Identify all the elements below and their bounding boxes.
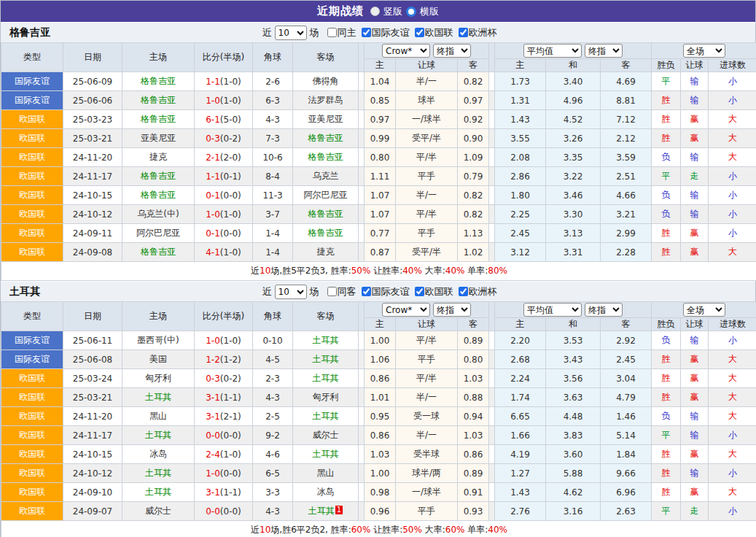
asian-away-odds: 0.97 bbox=[458, 91, 489, 110]
rounds-select[interactable]: 10 bbox=[275, 285, 307, 299]
result-outcome: 平 bbox=[652, 72, 681, 91]
euro-cup-filter[interactable]: 欧洲杯 bbox=[459, 26, 497, 39]
asian-handicap: 半/一 bbox=[396, 186, 458, 205]
match-date: 24-10-15 bbox=[63, 445, 122, 464]
match-row: 欧国联24-10-12土耳其1-0(0-0)6-5黑山1.00球半/两0.891… bbox=[1, 464, 756, 483]
scope-select[interactable]: 全场 bbox=[683, 44, 725, 58]
handicap-outcome: 赢 bbox=[681, 129, 709, 148]
vertical-layout-label[interactable]: 竖版 bbox=[383, 5, 402, 18]
spacer bbox=[489, 350, 495, 369]
euro-draw-odds: 3.56 bbox=[546, 369, 601, 388]
competition-badge: 欧国联 bbox=[1, 426, 63, 445]
euro-draw-odds: 3.35 bbox=[546, 148, 601, 167]
scope-select[interactable]: 全场 bbox=[683, 303, 725, 317]
euro-away-odds: 2.45 bbox=[601, 350, 652, 369]
rounds-select[interactable]: 10 bbox=[275, 26, 307, 40]
same-home-filter[interactable]: 同主 bbox=[327, 26, 356, 39]
euro-home-odds: 2.20 bbox=[495, 331, 546, 350]
euro-home-odds: 2.86 bbox=[495, 167, 546, 186]
competition-badge: 欧国联 bbox=[1, 483, 63, 502]
match-row: 国际友谊25-06-11墨西哥(中)1-0(1-0)0-10土耳其1.00平/半… bbox=[1, 331, 756, 350]
asian-handicap: 平手 bbox=[396, 224, 458, 243]
fulltime-score: 1-1 bbox=[206, 171, 220, 182]
euro-draw-odds: 3.46 bbox=[546, 186, 601, 205]
euro-draw-odds: 4.48 bbox=[546, 407, 601, 426]
near-label: 近 bbox=[262, 285, 272, 298]
friendly-filter[interactable]: 国际友谊 bbox=[362, 26, 410, 39]
friendly-filter-checkbox[interactable] bbox=[362, 28, 371, 37]
corner-count: 4-5 bbox=[253, 350, 293, 369]
same-away-filter[interactable]: 同客 bbox=[327, 285, 356, 298]
home-team: 土耳其 bbox=[122, 388, 195, 407]
euro-away-odds: 9.66 bbox=[601, 464, 652, 483]
fulltime-score: 2-4 bbox=[206, 449, 220, 460]
horizontal-layout-label[interactable]: 横版 bbox=[420, 5, 439, 18]
asian-home-odds: 1.00 bbox=[365, 464, 396, 483]
fulltime-score: 4-1 bbox=[206, 247, 220, 258]
nations-league-filter[interactable]: 欧国联 bbox=[415, 285, 453, 298]
average-select[interactable]: 平均值 bbox=[523, 303, 582, 317]
asian-away-odds: 0.92 bbox=[458, 110, 489, 129]
asian-home-odds: 0.87 bbox=[365, 243, 396, 262]
red-card-badge: 1 bbox=[335, 506, 343, 514]
asian-final-select[interactable]: 终指 bbox=[433, 44, 471, 58]
euro-cup-filter-checkbox[interactable] bbox=[459, 28, 468, 37]
nations-league-filter-checkbox[interactable] bbox=[415, 28, 424, 37]
halftime-score: (0-0) bbox=[220, 190, 241, 201]
same-away-filter-checkbox[interactable] bbox=[327, 287, 337, 296]
vertical-layout-radio[interactable] bbox=[370, 7, 380, 16]
average-select[interactable]: 平均值 bbox=[523, 44, 582, 58]
bookmaker-select[interactable]: Crow* bbox=[382, 303, 430, 317]
euro-away-odds: 2.28 bbox=[601, 243, 652, 262]
euro-draw-odds: 3.26 bbox=[546, 129, 601, 148]
match-score: 0-0(0-0) bbox=[195, 426, 253, 445]
euro-cup-filter[interactable]: 欧洲杯 bbox=[459, 285, 497, 298]
euro-cup-filter-checkbox[interactable] bbox=[459, 287, 468, 296]
euro-home-odds: 1.27 bbox=[495, 464, 546, 483]
asian-away-odds: 1.02 bbox=[458, 243, 489, 262]
euro-home-odds: 4.19 bbox=[495, 445, 546, 464]
goals-outcome: 大 bbox=[709, 369, 756, 388]
halftime-score: (1-0) bbox=[220, 209, 241, 220]
away-team: 土耳其 bbox=[293, 445, 359, 464]
same-home-filter-checkbox[interactable] bbox=[327, 28, 337, 37]
home-team: 格鲁吉亚 bbox=[122, 186, 195, 205]
euro-draw-odds: 4.62 bbox=[546, 483, 601, 502]
goals-outcome: 小 bbox=[709, 205, 756, 224]
col-score: 比分(半场) bbox=[195, 43, 253, 72]
asian-odds-group: Crow*终指 bbox=[365, 302, 489, 318]
match-score: 1-1(1-0) bbox=[195, 72, 253, 91]
euro-home-odds: 6.65 bbox=[495, 407, 546, 426]
euro-final-select[interactable]: 终指 bbox=[585, 303, 623, 317]
nations-league-filter[interactable]: 欧国联 bbox=[415, 26, 453, 39]
euro-away-odds: 2.51 bbox=[601, 167, 652, 186]
halftime-score: (0-2) bbox=[220, 374, 241, 384]
spacer bbox=[489, 502, 495, 521]
friendly-filter-checkbox[interactable] bbox=[362, 287, 371, 296]
euro-draw-odds: 3.30 bbox=[546, 205, 601, 224]
col-date: 日期 bbox=[63, 302, 122, 331]
euro-draw-odds: 5.88 bbox=[546, 464, 601, 483]
spacer bbox=[359, 110, 365, 129]
euro-final-select[interactable]: 终指 bbox=[585, 44, 623, 58]
bookmaker-select[interactable]: Crow* bbox=[382, 44, 430, 58]
sub-col-4: 和 bbox=[546, 318, 601, 331]
col-corner: 角球 bbox=[253, 302, 293, 331]
goals-outcome: 小 bbox=[709, 167, 756, 186]
asian-away-odds: 0.80 bbox=[458, 350, 489, 369]
match-date: 24-11-17 bbox=[63, 426, 122, 445]
friendly-filter[interactable]: 国际友谊 bbox=[362, 285, 410, 298]
euro-home-odds: 1.43 bbox=[495, 110, 546, 129]
col-home: 主场 bbox=[122, 43, 195, 72]
asian-home-odds: 1.07 bbox=[365, 186, 396, 205]
asian-final-select[interactable]: 终指 bbox=[433, 303, 471, 317]
sub-col-3: 主 bbox=[495, 59, 546, 72]
sub-col-7: 让球 bbox=[681, 59, 709, 72]
corner-count: 7-3 bbox=[253, 129, 293, 148]
layout-radio-group: 竖版 横版 bbox=[370, 5, 439, 18]
asian-home-odds: 0.80 bbox=[365, 148, 396, 167]
nations-league-filter-checkbox[interactable] bbox=[415, 287, 424, 296]
match-row: 欧国联25-03-23格鲁吉亚6-1(5-0)4-3亚美尼亚0.97一/球半0.… bbox=[1, 110, 756, 129]
col-date: 日期 bbox=[63, 43, 122, 72]
horizontal-layout-radio[interactable] bbox=[406, 7, 416, 17]
